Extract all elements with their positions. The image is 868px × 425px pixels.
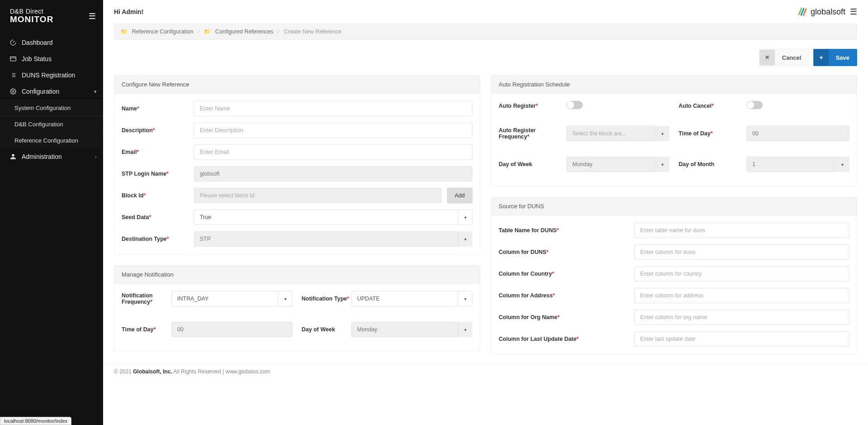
notif-day-select	[351, 322, 472, 337]
logo: D&B Direct MONITOR	[10, 8, 53, 24]
sidebar-item-duns-registration[interactable]: DUNS Registration	[0, 67, 103, 83]
label-auto-day-of-week: Day of Week	[499, 161, 566, 167]
sidebar-item-label: Configuration	[22, 88, 59, 95]
email-input[interactable]	[194, 144, 472, 160]
sidebar-toggle-icon[interactable]: ☰	[89, 11, 96, 21]
sidebar-item-configuration[interactable]: Configuration ▾	[0, 83, 103, 100]
gear-icon	[9, 88, 17, 95]
sidebar-item-label: Administration	[22, 153, 62, 160]
label-auto-cancel: Auto Cancel*	[679, 103, 746, 109]
topbar: Hi Admin! globalsoft ☰	[103, 0, 868, 24]
auto-register-toggle[interactable]	[566, 101, 583, 109]
save-button[interactable]: + Save	[813, 49, 857, 66]
table-name-input[interactable]	[634, 223, 849, 238]
breadcrumb-current: Create New Reference	[284, 29, 341, 35]
greeting: Hi Admin!	[114, 8, 144, 15]
destination-type-select	[194, 231, 472, 247]
column-duns-input[interactable]	[634, 244, 849, 260]
sidebar-item-label: Dashboard	[22, 39, 53, 46]
label-auto-frequency: Auto Register Frequency*	[499, 127, 566, 140]
sidebar-item-label: Job Status	[22, 55, 52, 62]
sidebar-item-job-status[interactable]: Job Status	[0, 51, 103, 67]
label-block-id: Block Id*	[122, 192, 194, 199]
label-seed-data: Seed Data*	[122, 214, 194, 220]
card-icon	[9, 56, 17, 62]
seed-data-select[interactable]	[194, 210, 472, 225]
sidebar-sub-configuration: System Configuration D&B Configuration R…	[0, 100, 103, 148]
card-auto-registration: Auto Registration Schedule Auto Register…	[491, 75, 857, 186]
notif-time-input	[171, 322, 292, 337]
label-notif-frequency: Notification Frequency*	[122, 292, 171, 305]
plus-icon: +	[814, 49, 828, 66]
label-stp-login: STP Login Name*	[122, 171, 194, 177]
stp-login-input	[194, 166, 472, 181]
label-column-duns: Column for DUNS*	[499, 249, 634, 255]
name-input[interactable]	[194, 101, 472, 116]
label-auto-day-of-month: Day of Month	[679, 161, 746, 167]
svg-point-8	[12, 91, 14, 93]
logo-line1: D&B Direct	[10, 8, 53, 15]
folder-icon: 📁	[121, 29, 127, 35]
auto-frequency-select	[566, 126, 670, 141]
breadcrumb-link[interactable]: Configured References	[215, 29, 274, 35]
sidebar: D&B Direct MONITOR ☰ Dashboard Job Statu…	[0, 0, 103, 425]
sidebar-subitem-system-configuration[interactable]: System Configuration	[0, 100, 103, 116]
breadcrumb-link[interactable]: Reference Configuration	[132, 29, 193, 35]
card-header: Source for DUNS	[491, 197, 857, 215]
label-column-last-update: Column for Last Update Date*	[499, 336, 634, 342]
sidebar-item-label: DUNS Registration	[22, 72, 75, 79]
sidebar-item-dashboard[interactable]: Dashboard	[0, 34, 103, 51]
chevron-down-icon: ▾	[94, 89, 97, 95]
label-notif-type: Notification Type*	[302, 296, 351, 302]
card-header: Manage Notification	[114, 266, 480, 284]
label-name: Name*	[122, 105, 194, 112]
svg-rect-0	[10, 57, 16, 61]
auto-time-input	[746, 126, 849, 141]
label-email: Email*	[122, 149, 194, 155]
topbar-right: globalsoft ☰	[797, 6, 857, 17]
brand-text: globalsoft	[811, 7, 845, 17]
folder-icon: 📁	[204, 29, 211, 35]
label-table-name-duns: Table Name for DUNS*	[499, 227, 634, 234]
column-last-update-input[interactable]	[634, 331, 849, 347]
breadcrumbs: 📁 Reference Configuration / 📁 Configured…	[114, 24, 857, 40]
button-label: Save	[833, 50, 857, 66]
label-column-country: Column for Country*	[499, 271, 634, 277]
logo-line2: MONITOR	[10, 15, 53, 24]
label-column-org: Column for Org Name*	[499, 314, 634, 320]
sidebar-item-administration[interactable]: Administration ›	[0, 148, 103, 165]
cancel-button[interactable]: ✕ Cancel	[759, 49, 809, 66]
brand-logo: globalsoft	[797, 6, 845, 17]
description-input[interactable]	[194, 123, 472, 138]
label-column-address: Column for Address*	[499, 292, 634, 299]
label-notif-time-of-day: Time of Day*	[122, 326, 171, 333]
auto-cancel-toggle[interactable]	[746, 101, 763, 109]
list-icon	[9, 72, 17, 78]
sidebar-subitem-reference-configuration[interactable]: Reference Configuration	[0, 132, 103, 148]
card-source-duns: Source for DUNS Table Name for DUNS* Col…	[491, 197, 857, 354]
column-org-input[interactable]	[634, 310, 849, 325]
notif-type-select[interactable]	[351, 291, 472, 306]
sidebar-subitem-dnb-configuration[interactable]: D&B Configuration	[0, 116, 103, 132]
topbar-menu-icon[interactable]: ☰	[850, 7, 857, 17]
button-label: Cancel	[779, 50, 809, 66]
user-icon	[9, 153, 17, 160]
sidebar-nav: Dashboard Job Status DUNS Registration C…	[0, 34, 103, 165]
brand-icon	[797, 6, 808, 17]
auto-day-of-week-select	[566, 157, 670, 172]
sidebar-header: D&B Direct MONITOR ☰	[0, 0, 103, 34]
breadcrumb-sep: /	[278, 29, 279, 35]
column-country-input[interactable]	[634, 266, 849, 282]
add-button[interactable]: Add	[447, 188, 472, 203]
notif-frequency-select[interactable]	[171, 291, 292, 306]
card-header: Configure New Reference	[114, 76, 480, 94]
content: 📁 Reference Configuration / 📁 Configured…	[103, 24, 868, 363]
card-configure-reference: Configure New Reference Name* Descriptio…	[114, 75, 480, 254]
label-destination-type: Destination Type*	[122, 236, 194, 242]
close-icon: ✕	[760, 50, 775, 65]
gauge-icon	[9, 39, 17, 46]
column-address-input[interactable]	[634, 288, 849, 303]
main: Hi Admin! globalsoft ☰ 📁 Reference Confi…	[103, 0, 868, 425]
auto-day-of-month-select	[746, 157, 849, 172]
card-header: Auto Registration Schedule	[491, 76, 857, 94]
